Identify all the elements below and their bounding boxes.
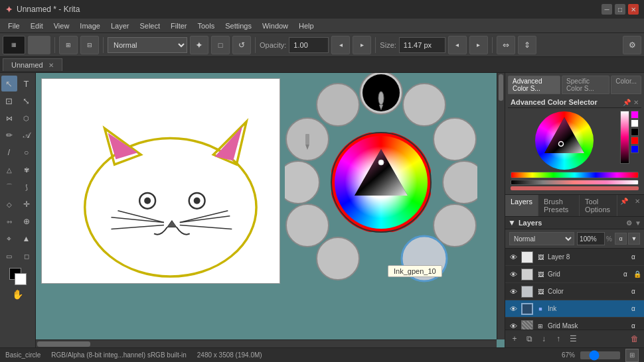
adv-color-close[interactable]: ✕: [633, 99, 639, 106]
size-decrease[interactable]: ◂: [448, 36, 467, 54]
menu-edit[interactable]: Edit: [25, 21, 48, 31]
path-tool[interactable]: ◇: [1, 196, 17, 212]
maximize-button[interactable]: □: [615, 4, 625, 15]
cage-tool[interactable]: ⬡: [19, 110, 35, 126]
add-layer-btn[interactable]: +: [508, 332, 521, 345]
tab-close-btn[interactable]: ✕: [48, 62, 54, 69]
close-button[interactable]: ✕: [628, 4, 639, 15]
swatch-blue[interactable]: [631, 145, 639, 153]
fill-tool[interactable]: ▲: [19, 231, 35, 247]
layer-visibility-gridmask[interactable]: 👁: [508, 321, 519, 330]
layer-alpha-lock-color[interactable]: α: [628, 286, 639, 297]
bezier-tool[interactable]: ⌒: [1, 179, 17, 195]
zoom-fit-btn[interactable]: ⊞: [625, 349, 639, 362]
opacity-decrease[interactable]: ◂: [331, 36, 350, 54]
layer-alpha-lock-layer8[interactable]: α: [628, 252, 639, 263]
dynamic-tool[interactable]: ⟆: [19, 179, 35, 195]
menu-help[interactable]: Help: [293, 21, 319, 31]
adv-color-tab-3[interactable]: Color...: [611, 76, 641, 94]
lightness-bar[interactable]: [511, 180, 639, 185]
canvas-area[interactable]: ◀ ▶ Ink_gpen_10: [36, 73, 505, 347]
freehand-tool[interactable]: ✾: [19, 162, 35, 178]
layer-row-gridmask[interactable]: 👁 ⊞ Grid Mask α: [505, 318, 644, 330]
layers-more-icon[interactable]: ▼: [635, 219, 641, 227]
document-tab[interactable]: Unnamed ✕: [3, 58, 62, 71]
eraser-btn[interactable]: ✦: [190, 36, 208, 54]
move-up-btn[interactable]: ↑: [552, 332, 565, 345]
layer-visibility-layer8[interactable]: 👁: [508, 252, 519, 263]
polygon-tool[interactable]: △: [1, 162, 17, 178]
layers-options-btn[interactable]: ▼: [628, 233, 640, 245]
layers-tab[interactable]: Layers: [505, 195, 538, 216]
swatch-white[interactable]: [631, 119, 639, 127]
vertical-scrollbar[interactable]: [497, 73, 505, 339]
blend-mode-select[interactable]: Normal Multiply Screen Overlay: [108, 37, 187, 53]
eraser-tool[interactable]: ◻: [19, 248, 35, 264]
opacity-field[interactable]: 1.00: [289, 37, 329, 53]
swatch-magenta[interactable]: [631, 111, 639, 119]
ellipse-tool[interactable]: ○: [19, 145, 35, 160]
adv-color-tab-2[interactable]: Specific Color S...: [562, 76, 609, 94]
layers-options-icon[interactable]: ⚙: [626, 219, 632, 227]
layer-visibility-ink[interactable]: 👁: [508, 304, 519, 314]
fg-bg-colors[interactable]: [9, 268, 27, 285]
mini-color-wheel[interactable]: [531, 111, 598, 170]
layer-alpha-lock-ink[interactable]: α: [628, 304, 639, 314]
zoom-slider[interactable]: [580, 351, 620, 359]
swatch-black[interactable]: [631, 128, 639, 136]
drawing-canvas[interactable]: [41, 78, 280, 284]
saturation-bar[interactable]: [620, 111, 629, 164]
layer-visibility-grid[interactable]: 👁: [508, 269, 519, 280]
select-tool[interactable]: ↖: [1, 76, 17, 91]
menu-settings[interactable]: Settings: [220, 21, 257, 31]
layer-alpha-lock-gridmask[interactable]: α: [628, 321, 639, 330]
menu-file[interactable]: File: [3, 21, 25, 31]
size-field[interactable]: 11.47 px: [399, 37, 445, 53]
size-increase[interactable]: ▸: [469, 36, 488, 54]
horizontal-scrollbar[interactable]: [36, 339, 497, 347]
layers-opacity-input[interactable]: [577, 232, 605, 245]
opacity-increase[interactable]: ▸: [353, 36, 371, 54]
move-tool[interactable]: ✛: [19, 196, 35, 212]
adv-color-tab-1[interactable]: Advanced Color S...: [508, 76, 560, 94]
layers-expand-icon[interactable]: ▼: [508, 218, 516, 227]
hue-dot-1[interactable]: [511, 186, 639, 190]
hue-bar[interactable]: [511, 172, 639, 178]
move-down-btn[interactable]: ↓: [537, 332, 550, 345]
text-tool[interactable]: T: [19, 76, 35, 91]
layer-lock-grid[interactable]: 🔒: [633, 271, 641, 278]
delete-layer-btn[interactable]: 🗑: [628, 332, 641, 345]
calligraphy-tool[interactable]: 𝒜: [19, 127, 35, 143]
brush-pattern-1[interactable]: ▦: [3, 36, 25, 54]
layer-row-color[interactable]: 👁 🖼 Color α: [505, 283, 644, 300]
layer-alpha-lock-grid[interactable]: α: [620, 269, 631, 280]
hand-tool[interactable]: ✋: [10, 286, 26, 302]
layer-row-grid[interactable]: 👁 🖼 Grid α 🔒: [505, 266, 644, 283]
background-color[interactable]: [15, 273, 27, 285]
menu-image[interactable]: Image: [74, 21, 106, 31]
brush-presets-grid-btn[interactable]: ⊟: [80, 36, 99, 54]
layer-row-ink[interactable]: 👁 ■ Ink α: [505, 300, 644, 318]
colorpicker-tool[interactable]: ⌖: [1, 231, 17, 247]
warp-tool[interactable]: ⋈: [1, 110, 17, 126]
menu-select[interactable]: Select: [134, 21, 165, 31]
copy-layer-btn[interactable]: ⧉: [523, 332, 536, 345]
menu-window[interactable]: Window: [257, 21, 293, 31]
layers-close[interactable]: ✕: [631, 195, 644, 216]
adv-color-pin[interactable]: 📌: [623, 99, 631, 106]
layer-props-btn[interactable]: ☰: [566, 332, 580, 345]
menu-filter[interactable]: Filter: [165, 21, 192, 31]
preserve-alpha-btn[interactable]: □: [211, 36, 230, 54]
gradient-tool[interactable]: ▭: [1, 248, 17, 264]
mirror-v-btn[interactable]: ⇕: [518, 36, 536, 54]
menu-view[interactable]: View: [48, 21, 75, 31]
horizontal-scrollbar-thumb[interactable]: [37, 341, 90, 347]
brush-presets-btn[interactable]: ⊞: [59, 36, 78, 54]
vertical-scrollbar-thumb[interactable]: [499, 74, 503, 101]
layers-alpha-btn[interactable]: α: [615, 233, 627, 245]
layers-blend-mode[interactable]: Normal: [509, 232, 574, 245]
brush-tool[interactable]: ✏: [1, 127, 17, 143]
line-tool[interactable]: /: [1, 145, 17, 160]
layers-pin[interactable]: 📌: [617, 195, 631, 216]
menu-tools[interactable]: Tools: [193, 21, 220, 31]
